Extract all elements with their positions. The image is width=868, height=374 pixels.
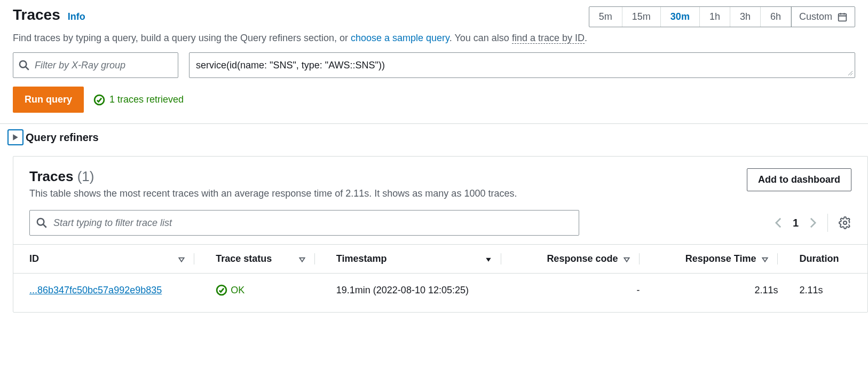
check-circle-icon — [93, 94, 105, 106]
description-prefix: Find traces by typing a query, build a q… — [13, 33, 351, 43]
query-input[interactable]: service(id(name: "SNS", type: "AWS::SNS"… — [189, 52, 855, 78]
query-status: 1 traces retrieved — [93, 94, 184, 106]
query-refiners-label: Query refiners — [26, 131, 99, 144]
find-trace-by-id-link[interactable]: find a trace by ID — [512, 33, 585, 44]
svg-point-12 — [843, 221, 847, 224]
th-id[interactable]: ID — [13, 245, 200, 274]
description-mid: . You can also — [449, 33, 512, 43]
group-filter-input[interactable] — [35, 60, 178, 71]
svg-rect-0 — [839, 13, 847, 21]
trace-list-filter[interactable] — [29, 210, 579, 236]
th-response-code[interactable]: Response code — [507, 245, 645, 274]
sort-desc-icon — [485, 255, 492, 263]
panel-count: (1) — [77, 168, 94, 184]
trace-duration: 2.11s — [783, 274, 867, 307]
calendar-icon — [838, 12, 847, 22]
svg-line-11 — [43, 224, 46, 228]
svg-line-6 — [848, 71, 853, 75]
th-response-time[interactable]: Response Time — [645, 245, 783, 274]
time-1h[interactable]: 1h — [700, 7, 730, 27]
trace-status-text: OK — [231, 285, 244, 296]
info-link[interactable]: Info — [68, 11, 85, 22]
sample-query-link[interactable]: choose a sample query — [351, 33, 449, 43]
current-page: 1 — [793, 217, 799, 229]
time-15m[interactable]: 15m — [622, 7, 661, 27]
trace-list-filter-input[interactable] — [53, 217, 579, 229]
sort-icon — [761, 255, 769, 263]
svg-marker-15 — [486, 258, 491, 261]
search-icon — [19, 60, 29, 71]
trace-response-time: 2.11s — [645, 274, 783, 307]
svg-line-5 — [26, 67, 29, 70]
time-range-picker: 5m 15m 30m 1h 3h 6h Custom — [589, 6, 855, 27]
trace-response-code: - — [507, 274, 645, 307]
th-timestamp[interactable]: Timestamp — [320, 245, 507, 274]
th-duration[interactable]: Duration — [783, 245, 867, 274]
svg-marker-14 — [299, 258, 304, 261]
sort-icon — [178, 255, 185, 263]
group-filter[interactable] — [13, 52, 178, 78]
svg-marker-17 — [763, 258, 768, 261]
svg-line-7 — [850, 73, 853, 75]
time-custom-label: Custom — [799, 11, 832, 22]
prev-page-button[interactable] — [775, 217, 782, 229]
svg-marker-16 — [625, 258, 629, 261]
query-status-text: 1 traces retrieved — [109, 94, 184, 105]
svg-marker-13 — [179, 258, 184, 261]
add-to-dashboard-button[interactable]: Add to dashboard — [747, 168, 851, 191]
time-3h[interactable]: 3h — [730, 7, 761, 27]
svg-point-4 — [20, 61, 27, 68]
sort-icon — [298, 255, 306, 263]
check-circle-icon — [216, 284, 227, 296]
pagination-divider — [827, 214, 828, 232]
time-5m[interactable]: 5m — [589, 7, 622, 27]
trace-id-link[interactable]: ...86b347fc50bc57a992e9b835 — [29, 285, 162, 295]
trace-timestamp: 19.1min (2022-08-10 12:05:25) — [320, 274, 507, 307]
time-custom[interactable]: Custom — [791, 7, 855, 27]
page-title: Traces — [13, 6, 60, 24]
time-30m[interactable]: 30m — [661, 7, 700, 27]
expand-refiners-button[interactable] — [7, 129, 23, 145]
panel-subtitle: This table shows the most recent traces … — [29, 185, 517, 199]
svg-marker-9 — [13, 134, 18, 141]
resize-handle-icon[interactable] — [847, 70, 854, 76]
description-suffix: . — [585, 33, 587, 43]
description-text: Find traces by typing a query, build a q… — [0, 27, 868, 52]
traces-panel: Traces (1) This table shows the most rec… — [13, 156, 868, 313]
next-page-button[interactable] — [809, 217, 817, 229]
settings-button[interactable] — [839, 216, 851, 229]
triangle-right-icon — [12, 134, 19, 141]
th-status[interactable]: Trace status — [200, 245, 320, 274]
query-value: service(id(name: "SNS", type: "AWS::SNS"… — [196, 60, 385, 71]
svg-point-10 — [37, 219, 44, 225]
panel-title: Traces — [29, 168, 73, 184]
time-6h[interactable]: 6h — [761, 7, 791, 27]
run-query-button[interactable]: Run query — [13, 87, 84, 113]
sort-icon — [623, 255, 630, 263]
search-icon — [36, 217, 47, 228]
trace-status: OK — [216, 284, 314, 296]
traces-table: ID Trace status Timestamp Response code … — [13, 244, 867, 307]
table-row: ...86b347fc50bc57a992e9b835 OK 19.1min (… — [13, 274, 867, 307]
